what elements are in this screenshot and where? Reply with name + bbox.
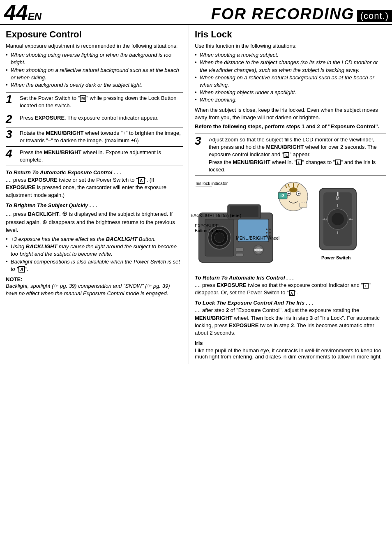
- svg-point-35: [254, 249, 257, 251]
- list-item: When zooming.: [195, 96, 386, 104]
- note-title: NOTE:: [6, 276, 183, 282]
- to-return-body: .... press EXPOSURE twice or set the Pow…: [6, 176, 183, 199]
- to-lock-iris: To Lock The Exposure Control And The Iri…: [195, 300, 386, 337]
- to-brighten-body: .... press BACKLIGHT. ⊕ is displayed and…: [6, 209, 183, 234]
- list-item: Backlight compensations is also availabl…: [6, 258, 183, 273]
- step-3: 3 Rotate the MENU/BRIGHT wheel towards "…: [6, 127, 183, 146]
- iris-bold-note: Before the following steps, perform step…: [195, 123, 386, 130]
- svg-rect-27: [236, 248, 243, 251]
- header-cont: (cont.): [357, 10, 392, 22]
- page-header: 44EN FOR RECORDING (cont.): [0, 0, 392, 25]
- to-return-title: To Return To Automatic Exposure Control …: [6, 169, 183, 176]
- exposure-bullets: When shooting using reverse lighting or …: [6, 51, 183, 89]
- exposure-control-title: Exposure Control: [6, 29, 183, 40]
- to-return-iris-body: .... press EXPOSURE twice so that the ex…: [195, 282, 386, 296]
- iris-step-3: 3 Adjust zoom so that the subject fills …: [195, 134, 386, 176]
- backlight-button-label: BACKLIGHT Button (►►): [191, 213, 241, 218]
- camera-diagram: +3: [195, 180, 386, 270]
- step-4: 4 Press the MENU/BRIGHT wheel in. Exposu…: [6, 146, 183, 166]
- page-suffix: EN: [28, 11, 42, 22]
- iris-bullets: When shooting a moving subject. When the…: [195, 51, 386, 104]
- note-body: Backlight, spotlight (☞ pg. 39) compensa…: [6, 282, 183, 297]
- svg-line-12: [302, 199, 302, 203]
- list-item: When shooting a moving subject.: [195, 51, 386, 59]
- svg-line-11: [300, 200, 300, 203]
- iris-section: Iris Like the pupil of the human eye, it…: [195, 340, 386, 360]
- left-column: Exposure Control Manual exposure adjustm…: [0, 25, 189, 364]
- list-item: When the background is overly dark or th…: [6, 81, 183, 89]
- exposure-intro: Manual exposure adjustment is recommende…: [6, 42, 183, 50]
- svg-point-36: [257, 249, 260, 251]
- list-item: When shooting objects under a spotlight.: [195, 89, 386, 96]
- exposure-button-label: EXPOSUREButton (◄◄): [195, 223, 220, 233]
- svg-point-29: [266, 229, 267, 230]
- menu-bright-wheel-label: MENU/BRIGHT Wheel: [236, 236, 279, 240]
- list-item: When shooting on a reflective natural ba…: [195, 74, 386, 89]
- svg-point-41: [332, 213, 344, 225]
- iris-title: Iris: [195, 340, 386, 346]
- list-item: When shooting using reverse lighting or …: [6, 51, 183, 66]
- svg-point-32: [269, 229, 271, 230]
- page-number-value: 44: [4, 0, 28, 24]
- header-title: FOR RECORDING (cont.): [45, 0, 392, 23]
- right-column: Iris Lock Use this function in the follo…: [189, 25, 392, 364]
- page-number: 44EN: [0, 0, 45, 23]
- svg-text:M: M: [336, 196, 339, 201]
- svg-text:A: A: [349, 217, 351, 221]
- iris-lock-title: Iris Lock: [195, 29, 386, 40]
- step-1: 1 Set the Power Switch to "M" while pres…: [6, 92, 183, 111]
- list-item: Using BACKLIGHT may cause the light arou…: [6, 243, 183, 258]
- power-switch-label: Power Switch: [321, 255, 351, 260]
- power-switch-illustration: M A S Power Switch: [317, 180, 362, 262]
- note-section: NOTE: Backlight, spotlight (☞ pg. 39) co…: [6, 276, 183, 297]
- header-title-text: FOR RECORDING: [211, 5, 355, 23]
- to-return-iris-title: To Return To Automatic Iris Control . . …: [195, 275, 386, 281]
- svg-point-21: [214, 233, 224, 243]
- list-item: When shooting on a reflective natural ba…: [6, 67, 183, 81]
- svg-text:S: S: [324, 217, 327, 221]
- iris-note-text: When the subject is close, keep the iris…: [195, 106, 386, 121]
- svg-point-37: [260, 249, 263, 251]
- exposure-steps: 1 Set the Power Switch to "M" while pres…: [6, 92, 183, 166]
- svg-rect-28: [236, 253, 243, 257]
- to-brighten-title: To Brighten The Subject Quickly . . .: [6, 202, 183, 208]
- svg-line-14: [305, 200, 306, 203]
- iris-lock-indicator-label: Iris lock indicator: [196, 181, 228, 187]
- step-2: 2 Press EXPOSURE. The exposure control i…: [6, 112, 183, 127]
- main-content: Exposure Control Manual exposure adjustm…: [0, 25, 392, 364]
- svg-point-33: [269, 232, 271, 233]
- to-return-iris: To Return To Automatic Iris Control . . …: [195, 275, 386, 296]
- camera-illustration: +3: [195, 180, 310, 270]
- list-item: When the distance to the subject changes…: [195, 59, 386, 74]
- backlight-bullets: +3 exposure has the same effect as the B…: [6, 236, 183, 273]
- to-lock-iris-body: .... after step 2 of "Exposure Control",…: [195, 307, 386, 337]
- iris-note: When the subject is close, keep the iris…: [195, 106, 386, 131]
- svg-point-30: [266, 232, 267, 233]
- iris-intro: Use this function in the following situa…: [195, 42, 386, 50]
- iris-body: Like the pupil of the human eye, it cont…: [195, 347, 386, 360]
- list-item: +3 exposure has the same effect as the B…: [6, 236, 183, 243]
- to-lock-iris-title: To Lock The Exposure Control And The Iri…: [195, 300, 386, 306]
- svg-rect-10: [300, 203, 307, 208]
- svg-point-4: [298, 193, 300, 194]
